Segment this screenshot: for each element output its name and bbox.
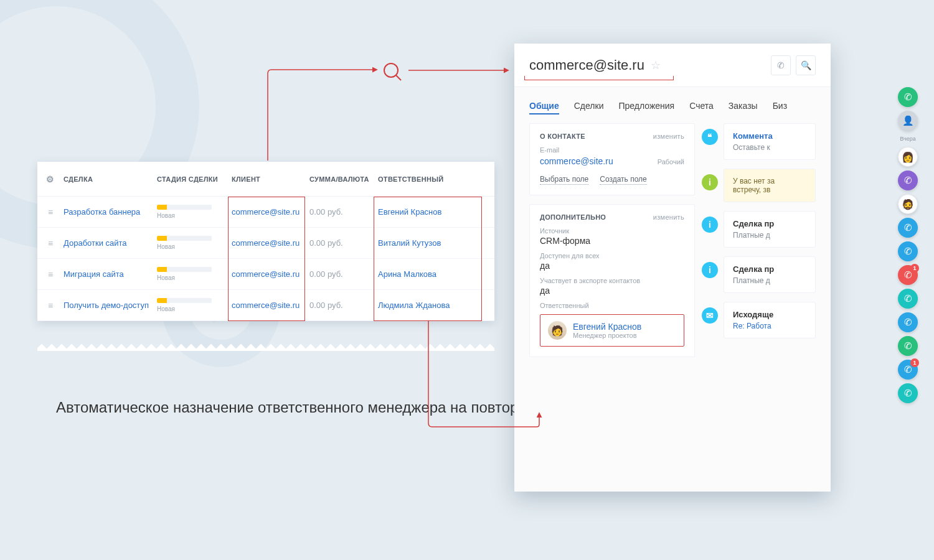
- quick-dock: 👤 Вчера 👩 🧔 1 1: [898, 87, 918, 403]
- dock-crm-icon[interactable]: 👤: [898, 111, 918, 131]
- tab-deals[interactable]: Сделки: [574, 101, 604, 114]
- avail-label: Доступен для всех: [540, 252, 684, 259]
- dock-call-icon[interactable]: [898, 218, 918, 238]
- tab-general[interactable]: Общие: [529, 101, 559, 114]
- feed-comment[interactable]: ❝ Коммента Оставьте к: [724, 123, 816, 160]
- deals-table: ⚙ СДЕЛКА СТАДИЯ СДЕЛКИ КЛИЕНТ СУММА/ВАЛЮ…: [37, 162, 494, 321]
- feed-warning[interactable]: i У вас нет за встречу, зв: [724, 169, 816, 202]
- amount-value: 0.00 руб.: [306, 238, 374, 248]
- feed-deal[interactable]: i Сделка пр Платные д: [724, 211, 816, 248]
- responsible-link[interactable]: Евгений Краснов: [374, 207, 474, 217]
- dock-call-icon[interactable]: [898, 289, 918, 309]
- drag-handle-icon[interactable]: ≡: [37, 208, 60, 217]
- tab-orders[interactable]: Заказы: [729, 101, 758, 114]
- feed-title: Сделка пр: [733, 219, 806, 228]
- warning-icon: i: [702, 174, 718, 190]
- dock-call-icon[interactable]: [898, 170, 918, 190]
- call-icon[interactable]: ✆: [771, 55, 791, 75]
- gear-icon[interactable]: ⚙: [37, 174, 60, 184]
- amount-value: 0.00 руб.: [306, 301, 374, 310]
- tab-offers[interactable]: Предложения: [618, 101, 674, 114]
- table-row: ≡ Разработка баннера Новая commerce@site…: [37, 197, 494, 228]
- responsible-link[interactable]: Арина Малкова: [374, 269, 474, 279]
- edit-link[interactable]: изменить: [653, 133, 684, 140]
- dock-badge: 1: [910, 264, 919, 273]
- stage-label: Новая: [157, 243, 228, 250]
- info-icon: i: [702, 262, 718, 278]
- email-type: Рабочий: [658, 158, 684, 166]
- responsible-name: Евгений Краснов: [573, 322, 641, 332]
- responsible-box[interactable]: 🧑 Евгений Краснов Менеджер проектов: [540, 314, 684, 347]
- svg-point-0: [384, 63, 398, 77]
- table-row: ≡ Доработки сайта Новая commerce@site.ru…: [37, 228, 494, 259]
- deal-link[interactable]: Разработка баннера: [60, 207, 153, 217]
- deals-header-row: ⚙ СДЕЛКА СТАДИЯ СДЕЛКИ КЛИЕНТ СУММА/ВАЛЮ…: [37, 162, 494, 197]
- dock-call-icon[interactable]: [898, 336, 918, 356]
- col-deal: СДЕЛКА: [60, 175, 153, 183]
- feed-warning-l2: встречу, зв: [733, 185, 806, 194]
- responsible-role: Менеджер проектов: [573, 332, 641, 339]
- dock-call-icon[interactable]: 1: [898, 360, 918, 380]
- mail-icon: ✉: [702, 307, 718, 324]
- card-header: commerce@site.ru ☆ ✆ 🔍: [514, 44, 831, 87]
- source-value: CRM-форма: [540, 236, 684, 246]
- client-link[interactable]: commerce@site.ru: [228, 207, 306, 217]
- deal-link[interactable]: Миграция сайта: [60, 269, 153, 279]
- about-panel: О КОНТАКТЕизменить E-mail commerce@site.…: [529, 123, 695, 195]
- responsible-link[interactable]: Виталий Кутузов: [374, 238, 474, 248]
- dock-call-icon[interactable]: [898, 312, 918, 332]
- export-value: да: [540, 286, 684, 296]
- avail-value: да: [540, 261, 684, 271]
- search-icon[interactable]: 🔍: [796, 55, 816, 75]
- col-client: КЛИЕНТ: [228, 175, 306, 183]
- feed-subtitle: Оставьте к: [733, 143, 806, 152]
- star-icon[interactable]: ☆: [651, 58, 661, 72]
- feed-title: Коммента: [733, 131, 806, 141]
- client-link[interactable]: commerce@site.ru: [228, 238, 306, 248]
- feed-subtitle: Платные д: [733, 231, 806, 240]
- amount-value: 0.00 руб.: [306, 207, 374, 217]
- feed-deal[interactable]: i Сделка пр Платные д: [724, 256, 816, 293]
- extra-header: ДОПОЛНИТЕЛЬНО: [540, 213, 606, 221]
- tab-invoices[interactable]: Счета: [689, 101, 714, 114]
- drag-handle-icon[interactable]: ≡: [37, 239, 60, 248]
- source-label: Источник: [540, 227, 684, 235]
- email-label: E-mail: [540, 146, 684, 154]
- stage-progress: [157, 236, 212, 241]
- pick-field-link[interactable]: Выбрать поле: [540, 175, 588, 185]
- drag-handle-icon[interactable]: ≡: [37, 301, 60, 310]
- info-icon: i: [702, 217, 718, 233]
- feed-subtitle: Платные д: [733, 276, 806, 285]
- responsible-link[interactable]: Людмила Жданова: [374, 301, 474, 310]
- chat-icon: ❝: [702, 129, 718, 145]
- col-amount: СУММА/ВАЛЮТА: [306, 175, 374, 183]
- title-highlight: [524, 80, 674, 80]
- col-resp: ОТВЕТСТВЕННЫЙ: [374, 175, 474, 183]
- dock-avatar[interactable]: 👩: [898, 147, 918, 167]
- torn-edge: [37, 341, 494, 351]
- email-value[interactable]: commerce@site.ru: [540, 156, 613, 166]
- feed-outgoing[interactable]: ✉ Исходяще Re: Работа: [724, 302, 816, 338]
- deal-link[interactable]: Доработки сайта: [60, 238, 153, 248]
- create-field-link[interactable]: Создать поле: [600, 175, 647, 185]
- dock-call-missed-icon[interactable]: 1: [898, 265, 918, 285]
- dock-call-icon[interactable]: [898, 383, 918, 403]
- tab-biz[interactable]: Биз: [773, 101, 787, 114]
- feed-title: Сделка пр: [733, 264, 806, 274]
- deal-link[interactable]: Получить демо-доступ: [60, 301, 153, 310]
- amount-value: 0.00 руб.: [306, 269, 374, 279]
- feed-warning-l1: У вас нет за: [733, 177, 806, 185]
- dock-call-icon[interactable]: [898, 241, 918, 261]
- contact-card: commerce@site.ru ☆ ✆ 🔍 Общие Сделки Пред…: [514, 44, 831, 492]
- client-link[interactable]: commerce@site.ru: [228, 269, 306, 279]
- edit-link[interactable]: изменить: [653, 213, 684, 221]
- table-row: ≡ Миграция сайта Новая commerce@site.ru …: [37, 259, 494, 290]
- extra-panel: ДОПОЛНИТЕЛЬНОизменить Источник CRM-форма…: [529, 204, 695, 357]
- stage-label: Новая: [157, 212, 228, 219]
- drag-handle-icon[interactable]: ≡: [37, 270, 60, 279]
- dock-call-icon[interactable]: [898, 87, 918, 107]
- client-link[interactable]: commerce@site.ru: [228, 301, 306, 310]
- stage-progress: [157, 205, 212, 210]
- resp-label: Ответственный: [540, 302, 684, 309]
- dock-avatar[interactable]: 🧔: [898, 194, 918, 214]
